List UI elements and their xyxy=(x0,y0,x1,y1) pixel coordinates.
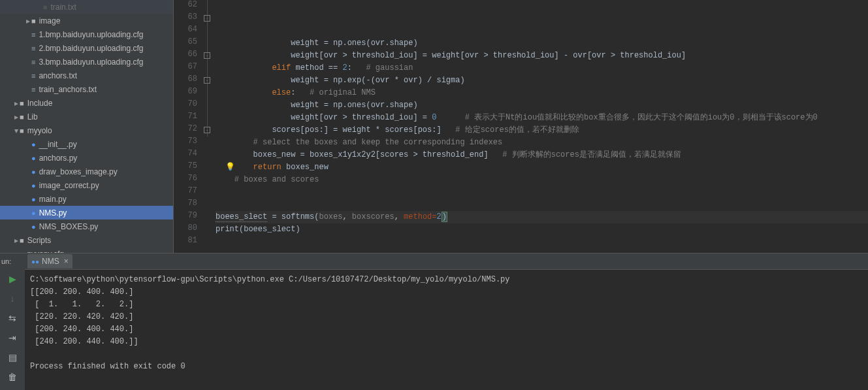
run-tab[interactable]: ● NMS × xyxy=(27,254,72,268)
tree-item[interactable]: ▸■Include xyxy=(0,96,173,110)
tree-item-label: Include xyxy=(27,99,53,108)
tree-item[interactable]: train.txt xyxy=(0,0,173,14)
tree-item-label: image xyxy=(39,16,61,25)
chevron-right-icon[interactable]: ▸ xyxy=(13,236,20,245)
tree-item[interactable]: ▸■Scripts xyxy=(0,233,173,247)
code-line[interactable] xyxy=(216,248,868,261)
tree-item-label: 1.bmp.baiduyun.uploading.cfg xyxy=(39,30,143,39)
folder-icon: ■ xyxy=(20,113,24,121)
folder-icon: ■ xyxy=(20,99,24,107)
tree-item[interactable]: __init__.py xyxy=(0,137,173,151)
code-line[interactable] xyxy=(216,273,868,285)
tree-item[interactable]: ▾■myyolo xyxy=(0,123,173,137)
scroll-to-end-icon[interactable]: ⇥ xyxy=(7,332,18,344)
code-line[interactable]: # select the boxes and keep the correspo… xyxy=(216,137,868,149)
chevron-right-icon[interactable]: ▸ xyxy=(13,99,20,108)
fold-column[interactable]: ---- xyxy=(202,0,216,253)
code-line[interactable]: weight[ovr > threshold_iou] = weight[ovr… xyxy=(216,50,868,62)
print-icon[interactable]: ▤ xyxy=(7,351,18,363)
intention-bulb-icon[interactable]: 💡 xyxy=(225,161,235,174)
code-line[interactable]: weight[ovr > threshold_iou] = 0 # 表示大于Nt… xyxy=(216,112,868,124)
file-icon xyxy=(31,44,35,52)
chevron-right-icon[interactable]: ▸ xyxy=(25,16,31,25)
code-line[interactable]: elif method == 2: # gaussian xyxy=(216,62,868,74)
fold-marker[interactable]: - xyxy=(204,52,210,59)
tree-item[interactable]: 2.bmp.baiduyun.uploading.cfg xyxy=(0,41,173,55)
code-line[interactable]: boxes_new = boxes_x1y1x2y2[scores > thre… xyxy=(216,149,868,161)
python-file-icon xyxy=(31,154,36,162)
tree-item-label: image_correct.py xyxy=(39,181,99,190)
tree-item[interactable]: pyvenv.cfg xyxy=(0,247,173,253)
tree-item-label: train_anchors.txt xyxy=(39,85,97,94)
tree-item[interactable]: 3.bmp.baiduyun.uploading.cfg xyxy=(0,55,173,69)
tree-item[interactable]: anchors.py xyxy=(0,151,173,165)
project-tree[interactable]: train.txt▸■image1.bmp.baiduyun.uploading… xyxy=(0,0,174,253)
run-toolbar: ▶ ↓ ⇆ ⇥ ▤ 🗑 xyxy=(0,253,25,390)
tree-item-label: draw_boxes_image.py xyxy=(39,167,118,176)
code-line[interactable]: weight = np.ones(ovr.shape) xyxy=(216,99,868,112)
python-file-icon xyxy=(31,209,36,217)
code-line[interactable]: scores[pos:] = weight * scores[pos:] # 给… xyxy=(216,124,868,137)
tree-item[interactable]: NMS.py xyxy=(0,206,173,219)
run-tab-label: NMS xyxy=(42,257,59,266)
python-icon: ● xyxy=(31,258,39,265)
file-icon xyxy=(31,31,35,39)
python-file-icon xyxy=(31,168,36,176)
toggle-soft-wrap-icon[interactable]: ⇆ xyxy=(7,312,18,324)
tree-item-label: Scripts xyxy=(27,236,52,245)
tree-item-label: 2.bmp.baiduyun.uploading.cfg xyxy=(39,44,143,53)
file-icon xyxy=(31,86,35,93)
code-line[interactable] xyxy=(216,261,868,273)
line-gutter: 6263646566676869707172737475767778798081 xyxy=(174,0,202,253)
fold-marker[interactable]: - xyxy=(204,127,210,133)
chevron-down-icon[interactable]: ▾ xyxy=(13,126,20,135)
clear-console-icon[interactable]: 🗑 xyxy=(7,371,18,383)
code-line[interactable] xyxy=(216,186,868,199)
tree-item[interactable]: image_correct.py xyxy=(0,178,173,192)
code-editor[interactable]: 6263646566676869707172737475767778798081… xyxy=(174,0,868,253)
folder-icon: ■ xyxy=(31,17,36,25)
tree-item[interactable]: NMS_BOXES.py xyxy=(0,219,173,233)
code-line[interactable]: boees_slect = softnms(boxes, boxscores, … xyxy=(216,211,868,223)
run-label: un: xyxy=(1,257,11,265)
tree-item[interactable]: anchors.txt xyxy=(0,69,173,82)
code-line[interactable]: # boxes and scores xyxy=(216,174,868,186)
code-line[interactable]: print(boees_slect) xyxy=(216,223,868,236)
stop-icon[interactable]: ↓ xyxy=(7,293,18,304)
tree-item[interactable]: train_anchors.txt xyxy=(0,82,173,96)
tree-item-label: main.py xyxy=(39,195,67,204)
tree-item-label: anchors.txt xyxy=(39,71,77,80)
fold-marker[interactable]: - xyxy=(204,15,210,22)
python-file-icon xyxy=(31,195,36,203)
folder-icon: ■ xyxy=(20,127,24,135)
console-output[interactable]: C:\software\python\pytensorflow-gpu\Scri… xyxy=(25,270,868,390)
code-line[interactable]: weight = np.exp(-(ovr * ovr) / sigma) xyxy=(216,74,868,87)
tree-item-label: anchors.py xyxy=(39,154,78,163)
rerun-icon[interactable]: ▶ xyxy=(7,273,18,285)
python-file-icon xyxy=(31,223,36,231)
tree-item[interactable]: 1.bmp.baiduyun.uploading.cfg xyxy=(0,27,173,41)
tree-item-label: myyolo xyxy=(27,126,52,135)
file-icon xyxy=(31,72,35,80)
chevron-right-icon[interactable]: ▸ xyxy=(13,112,20,122)
code-line[interactable] xyxy=(216,236,868,248)
code-line[interactable]: return boxes_new xyxy=(216,161,868,174)
code-line[interactable]: weight = np.ones(ovr.shape) xyxy=(216,37,868,50)
file-icon xyxy=(43,3,47,11)
python-file-icon xyxy=(31,140,36,148)
tree-item-label: NMS.py xyxy=(39,208,67,218)
tree-item-label: __init__.py xyxy=(39,140,77,149)
tree-item[interactable]: ▸■Lib xyxy=(0,110,173,123)
tree-item[interactable]: draw_boxes_image.py xyxy=(0,165,173,178)
file-icon xyxy=(31,58,35,66)
tree-item-label: train.txt xyxy=(50,3,76,12)
close-icon[interactable]: × xyxy=(64,257,69,266)
tree-item-label: Lib xyxy=(27,112,38,122)
code-line[interactable]: else: # original NMS xyxy=(216,87,868,99)
code-area[interactable]: 💡 weight = np.ones(ovr.shape) weight[ovr… xyxy=(216,0,868,253)
tree-item[interactable]: main.py xyxy=(0,192,173,206)
code-line[interactable] xyxy=(216,199,868,211)
fold-marker[interactable]: - xyxy=(204,77,210,84)
tree-item-label: 3.bmp.baiduyun.uploading.cfg xyxy=(39,57,143,67)
tree-item[interactable]: ▸■image xyxy=(0,14,173,27)
